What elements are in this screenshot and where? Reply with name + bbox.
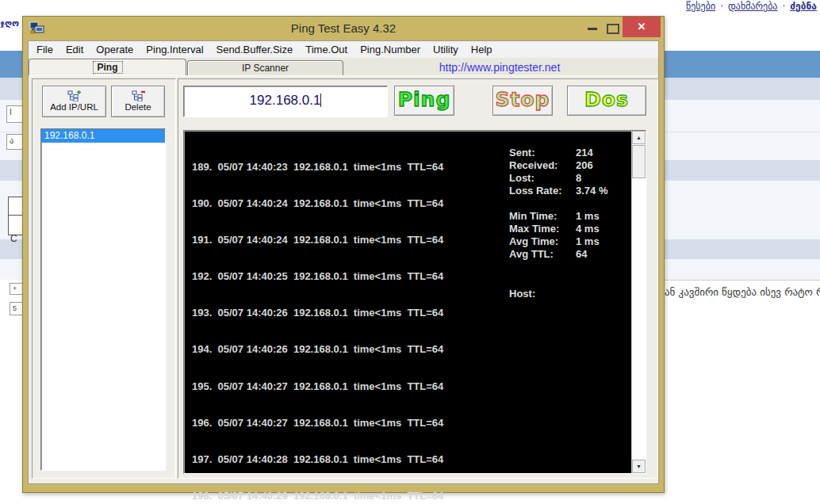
tab-ip-scanner[interactable]: IP Scanner — [187, 60, 343, 75]
menu-file[interactable]: File — [30, 41, 59, 58]
scroll-down-button[interactable]: ▼ — [632, 460, 646, 473]
stat-value: 214 — [576, 147, 593, 158]
bg-topleft-text: ჯღო — [0, 18, 19, 29]
scroll-up-button[interactable]: ▲ — [632, 131, 646, 144]
bg-forum-text: ან კავშირი წყდება ისევ რატო რ — [665, 286, 820, 298]
scrollbar-thumb[interactable] — [632, 145, 646, 178]
menu-operate[interactable]: Operate — [90, 41, 140, 58]
menu-help[interactable]: Help — [465, 41, 499, 58]
text-caret — [320, 94, 321, 107]
stat-sent: Sent:214 — [509, 147, 607, 159]
stat-value: 64 — [576, 248, 587, 260]
stat-label: Lost: — [509, 172, 576, 184]
stat-value: 1 ms — [576, 235, 600, 247]
stat-lost: Lost:8 — [509, 172, 607, 185]
link-separator: · — [720, 1, 723, 12]
maximize-button[interactable] — [607, 24, 619, 34]
window-title: Ping Test Easy 4.32 — [23, 21, 664, 35]
dos-button[interactable]: Dos — [567, 86, 646, 116]
ping-button[interactable]: Ping — [394, 86, 454, 116]
stat-host: Host: — [509, 288, 607, 300]
log-line: 189. 05/07 14:40:23 192.168.0.1 time<1ms… — [192, 161, 443, 174]
menu-ping-number[interactable]: Ping.Number — [354, 41, 427, 58]
tab-page-ping: Add IP/URL Delete 192.168.0.1 — [29, 75, 658, 483]
stat-label: Received: — [509, 159, 576, 171]
ping-statistics: Sent:214 Received:206 Lost:8 Loss Rate:3… — [509, 147, 607, 300]
bg-letter: C — [10, 233, 17, 244]
bg-link-help[interactable]: დახმარება — [728, 1, 778, 12]
menu-edit[interactable]: Edit — [59, 41, 90, 58]
stat-value: 4 ms — [576, 223, 600, 235]
stat-label: Min Time: — [509, 210, 576, 222]
stat-label: Loss Rate: — [509, 185, 576, 197]
stat-label: Avg TTL: — [509, 248, 576, 260]
stat-loss-rate: Loss Rate:3.74 % — [509, 185, 607, 197]
tab-ip-scanner-label: IP Scanner — [242, 63, 289, 74]
log-line: 192. 05/07 14:40:25 192.168.0.1 time<1ms… — [192, 270, 443, 283]
menu-ping-interval[interactable]: Ping.Interval — [140, 41, 209, 58]
ip-input[interactable]: 192.168.0.1 — [183, 86, 388, 117]
bg-page-links: წესები·დახმარება·ძებნა — [686, 1, 817, 12]
log-line: 195. 05/07 14:40:27 192.168.0.1 time<1ms… — [192, 380, 443, 393]
stat-min-time: Min Time:1 ms — [509, 210, 607, 223]
client-area: File Edit Operate Ping.Interval Send.Buf… — [28, 40, 659, 484]
stat-value: 3.74 % — [576, 185, 607, 197]
stat-value: 8 — [576, 172, 581, 184]
minimize-button[interactable] — [588, 28, 597, 30]
ping-console: 189. 05/07 14:40:23 192.168.0.1 time<1ms… — [183, 130, 646, 474]
stat-label: Max Time: — [509, 223, 576, 235]
stat-max-time: Max Time:4 ms — [509, 223, 607, 235]
stat-avg-ttl: Avg TTL:64 — [509, 248, 607, 261]
log-line: 194. 05/07 14:40:26 192.168.0.1 time<1ms… — [192, 343, 443, 356]
link-separator: · — [782, 1, 785, 12]
title-bar[interactable]: Ping Test Easy 4.32 ✕ — [23, 17, 664, 40]
log-line: 193. 05/07 14:40:26 192.168.0.1 time<1ms… — [192, 307, 443, 319]
log-line: 197. 05/07 14:40:28 192.168.0.1 time<1ms… — [192, 453, 443, 466]
website-link[interactable]: http://www.pingtester.net — [346, 59, 653, 75]
screen: წესები·დახმარება·ძებნა ჯღო ან კავშირი წყ… — [0, 0, 820, 504]
bg-link-search[interactable]: ძებნა — [790, 1, 817, 12]
menu-utility[interactable]: Utility — [427, 41, 465, 58]
log-line: 190. 05/07 14:40:24 192.168.0.1 time<1ms… — [192, 197, 443, 210]
menu-bar: File Edit Operate Ping.Interval Send.Buf… — [29, 41, 658, 58]
stat-avg-time: Avg Time:1 ms — [509, 235, 607, 248]
menu-time-out[interactable]: Time.Out — [299, 41, 354, 58]
add-node-icon — [67, 90, 81, 101]
app-window: Ping Test Easy 4.32 ✕ File Edit Operate … — [22, 16, 665, 493]
log-line: 196. 05/07 14:40:27 192.168.0.1 time<1ms… — [192, 417, 443, 430]
ip-input-value: 192.168.0.1 — [250, 93, 321, 108]
stat-value: 1 ms — [576, 210, 600, 222]
stop-button[interactable]: Stop — [492, 86, 553, 116]
bg-divider-line — [663, 280, 820, 281]
add-ip-url-label: Add IP/URL — [43, 102, 105, 112]
menu-send-buffer-size[interactable]: Send.Buffer.Size — [210, 41, 300, 58]
delete-node-icon — [132, 90, 145, 101]
stat-received: Received:206 — [509, 159, 607, 172]
host-list-panel: Add IP/URL Delete 192.168.0.1 — [32, 78, 176, 479]
stat-label: Host: — [509, 288, 576, 300]
bg-link-rules[interactable]: წესები — [686, 1, 715, 12]
log-line: 191. 05/07 14:40:24 192.168.0.1 time<1ms… — [192, 234, 443, 246]
delete-label: Delete — [112, 102, 164, 112]
log-line: 198. 05/07 14:40:29 192.168.0.1 time<1ms… — [192, 490, 443, 502]
ping-panel: 192.168.0.1 Ping Stop Dos 189. 05/07 14:… — [178, 78, 658, 479]
ip-listbox[interactable]: 192.168.0.1 — [40, 128, 166, 471]
tab-strip: Ping IP Scanner http://www.pingtester.ne… — [29, 58, 658, 75]
console-scrollbar[interactable]: ▲ ▼ — [631, 131, 646, 473]
list-item-selected[interactable]: 192.168.0.1 — [41, 129, 165, 143]
tab-ping[interactable]: Ping — [29, 59, 186, 75]
stat-label: Sent: — [509, 147, 576, 158]
delete-button[interactable]: Delete — [111, 86, 165, 117]
add-ip-url-button[interactable]: Add IP/URL — [42, 86, 106, 117]
stat-label: Avg Time: — [509, 235, 576, 247]
ping-log: 189. 05/07 14:40:23 192.168.0.1 time<1ms… — [184, 131, 443, 504]
close-button[interactable]: ✕ — [623, 17, 661, 37]
stat-value: 206 — [576, 159, 593, 171]
tab-ping-label: Ping — [94, 62, 122, 73]
